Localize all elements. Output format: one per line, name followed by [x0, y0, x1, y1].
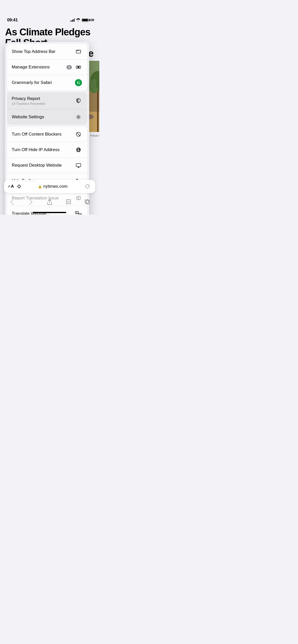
status-bar: 09:41 100: [0, 12, 99, 24]
privacy-report-label: Privacy Report: [12, 96, 45, 101]
home-indicator: [33, 212, 66, 213]
aa-small: A: [8, 185, 10, 188]
svg-rect-17: [77, 67, 79, 68]
block-icon: [74, 130, 83, 138]
status-time: 09:41: [7, 18, 18, 23]
menu-section-1: Show Top Address Bar Manage Extensions 3: [7, 44, 87, 90]
manage-extensions-label: Manage Extensions: [12, 64, 50, 70]
tabs-button[interactable]: 1: [82, 196, 93, 208]
svg-rect-14: [77, 51, 78, 51]
grammarly-item[interactable]: Grammarly for Safari G: [7, 75, 87, 90]
manage-extensions-item[interactable]: Manage Extensions 3: [7, 60, 87, 75]
svg-rect-24: [76, 164, 81, 167]
show-top-address-bar-label: Show Top Address Bar: [12, 49, 56, 54]
bottom-toolbar: 1: [0, 194, 99, 210]
refresh-button[interactable]: [84, 184, 91, 189]
grammarly-label: Grammarly for Safari: [12, 80, 52, 85]
back-button[interactable]: [6, 196, 18, 208]
request-desktop-website-item[interactable]: Request Desktop Website: [7, 158, 87, 173]
globe-icon: [74, 146, 83, 154]
grammarly-icon: G: [74, 79, 83, 87]
website-settings-label: Website Settings: [12, 114, 44, 120]
address-bar-container: AA 🔒 nytimes.com: [0, 180, 99, 193]
extensions-icon: [74, 63, 83, 71]
lock-icon: 🔒: [38, 185, 42, 188]
svg-rect-16: [79, 66, 81, 68]
svg-rect-15: [76, 66, 78, 68]
turn-off-content-blockers-label: Turn Off Content Blockers: [12, 131, 62, 137]
signal-bars-icon: [70, 19, 75, 22]
privacy-report-subtitle: 14 Trackers Prevented: [12, 102, 45, 106]
privacy-report-item[interactable]: Privacy Report 14 Trackers Prevented: [7, 92, 87, 109]
extensions-puzzle-icon[interactable]: [16, 184, 22, 189]
share-button[interactable]: [44, 196, 55, 208]
monitor-icon: [74, 161, 83, 169]
shield-icon: [74, 97, 83, 105]
aa-button[interactable]: AA: [8, 184, 14, 189]
translate-icon: A 文: [74, 210, 83, 215]
menu-section-2: Privacy Report 14 Trackers Prevented Web…: [7, 92, 87, 125]
wifi-icon: [76, 18, 80, 22]
turn-off-hide-ip-item[interactable]: Turn Off Hide IP Address: [7, 142, 87, 158]
forward-button[interactable]: [25, 196, 36, 208]
aa-large: A: [11, 184, 14, 189]
svg-point-18: [78, 116, 79, 118]
gear-icon: [74, 113, 83, 121]
show-top-address-bar-item[interactable]: Show Top Address Bar: [7, 44, 87, 60]
website-settings-item[interactable]: Website Settings: [7, 109, 87, 125]
menu-section-3: Turn Off Content Blockers Turn Off Hide …: [7, 127, 87, 188]
url-display[interactable]: 🔒 nytimes.com: [24, 184, 81, 189]
bookmarks-button[interactable]: [63, 196, 74, 208]
svg-text:A: A: [76, 212, 77, 214]
turn-off-content-blockers-item[interactable]: Turn Off Content Blockers: [7, 127, 87, 142]
address-bar[interactable]: AA 🔒 nytimes.com: [4, 180, 95, 193]
turn-off-hide-ip-label: Turn Off Hide IP Address: [12, 147, 60, 153]
svg-rect-13: [76, 50, 81, 51]
svg-text:1: 1: [86, 200, 87, 203]
extensions-badge: 3: [66, 65, 72, 69]
url-text: nytimes.com: [43, 184, 67, 189]
battery-icon: 100: [82, 18, 94, 22]
status-icons: 100: [70, 18, 94, 22]
request-desktop-website-label: Request Desktop Website: [12, 163, 62, 168]
address-bar-icon: [74, 48, 83, 56]
svg-text:文: 文: [79, 214, 81, 215]
battery-level: 100: [89, 18, 94, 22]
